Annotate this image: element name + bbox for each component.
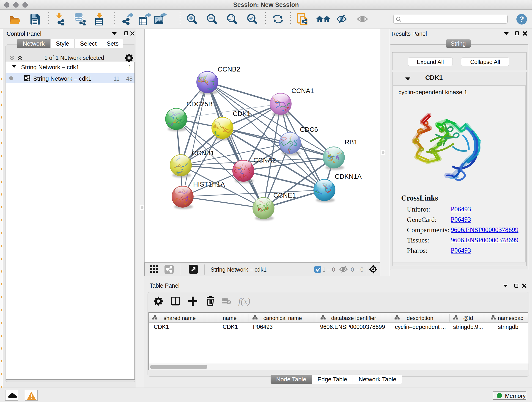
- svg-text:CDK1: CDK1: [233, 110, 250, 117]
- svg-text:HIST1H1A: HIST1H1A: [193, 181, 225, 188]
- svg-text:CCNA1: CCNA1: [291, 87, 314, 95]
- svg-text:CCNE1: CCNE1: [273, 191, 296, 199]
- svg-text:CCNB2: CCNB2: [218, 65, 240, 73]
- svg-text:CCNA2: CCNA2: [253, 157, 276, 164]
- svg-text:CDC6: CDC6: [300, 126, 318, 133]
- svg-text:CDC25B: CDC25B: [186, 100, 213, 108]
- svg-text:CCNB1: CCNB1: [192, 149, 214, 157]
- svg-text:RB1: RB1: [345, 138, 357, 146]
- svg-text:CDKN1A: CDKN1A: [335, 173, 362, 180]
